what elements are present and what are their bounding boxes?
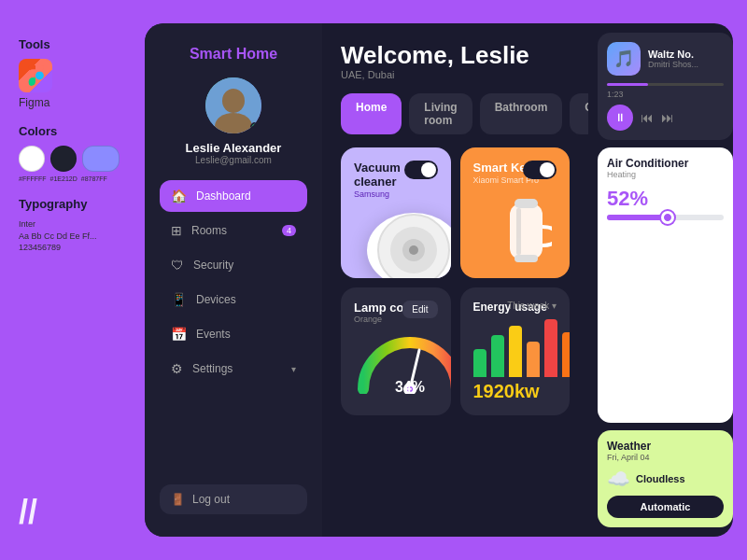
sidebar-title: Smart Home — [160, 46, 307, 63]
music-header: 🎵 Waltz No. Dmitri Shos... — [607, 42, 724, 76]
weather-date: Fri, April 04 — [607, 453, 724, 462]
ac-title: Air Conditioner — [607, 157, 724, 170]
music-card: 🎵 Waltz No. Dmitri Shos... 1:23 ⏸ ⏮ ⏭ — [598, 33, 733, 140]
room-tabs: Home Living room Bathroom Office — [341, 93, 570, 134]
music-progress-fill — [607, 83, 648, 86]
music-controls: ⏸ ⏮ ⏭ — [607, 105, 724, 131]
energy-value: 1920kw — [473, 381, 557, 402]
nav-events[interactable]: 📅 Events — [160, 318, 307, 350]
weather-auto-button[interactable]: Automatic — [607, 496, 724, 518]
music-time: 1:23 — [607, 90, 724, 99]
kettle-toggle[interactable] — [523, 161, 557, 179]
logout-icon: 🚪 — [171, 493, 185, 506]
nav-dashboard-label: Dashboard — [196, 189, 251, 203]
nav-security-label: Security — [193, 259, 233, 272]
nav-events-label: Events — [196, 328, 231, 341]
prev-button[interactable]: ⏮ — [641, 110, 654, 125]
device-grid: Vacuum cleaner Samsung Smart Kettle — [341, 147, 570, 415]
weather-description: Cloudless — [636, 473, 685, 484]
svg-rect-10 — [516, 208, 521, 255]
lamp-percent: 34% — [395, 379, 425, 396]
weather-title: Weather — [607, 440, 724, 453]
next-button[interactable]: ⏭ — [661, 110, 674, 125]
weather-icon: ☁️ — [607, 468, 630, 490]
nav-dashboard[interactable]: 🏠 Dashboard — [160, 180, 307, 212]
bar-2 — [491, 335, 504, 377]
vacuum-image — [367, 213, 451, 278]
avatar — [205, 77, 261, 133]
settings-icon: ⚙ — [171, 361, 183, 376]
left-panel: Tools Figma Colors #FFFFFF #1E212D #8787… — [19, 37, 121, 254]
music-progress-bar[interactable] — [607, 83, 724, 86]
dashboard-icon: 🏠 — [171, 189, 187, 203]
music-title: Waltz No. — [648, 49, 698, 60]
nav-settings[interactable]: ⚙ Settings ▾ — [160, 353, 307, 385]
user-email: Leslie@gmail.com — [195, 155, 272, 165]
logout-label: Log out — [192, 493, 230, 506]
nav-devices[interactable]: 📱 Devices — [160, 284, 307, 315]
logout-button[interactable]: 🚪 Log out — [160, 484, 307, 514]
devices-icon: 📱 — [171, 292, 187, 307]
music-artist: Dmitri Shos... — [648, 60, 698, 69]
ac-slider-container: 52% — [607, 187, 724, 220]
lamp-edit-button[interactable]: Edit — [402, 301, 437, 318]
ac-slider[interactable] — [607, 215, 724, 220]
bar-3 — [509, 326, 522, 377]
figma-label: Figma — [19, 96, 121, 109]
vacuum-toggle[interactable] — [404, 161, 438, 179]
welcome-title: Welcome, Leslie — [341, 42, 570, 69]
figma-icon — [19, 59, 52, 92]
kettle-card: Smart Kettle Xiaomi Smart Pro — [460, 147, 571, 278]
color-dark — [50, 146, 77, 172]
svg-rect-8 — [514, 199, 538, 208]
tools-label: Tools — [19, 37, 121, 51]
svg-point-1 — [222, 89, 245, 113]
svg-point-6 — [409, 245, 418, 255]
online-dot — [250, 122, 260, 132]
toggle-knob — [421, 162, 436, 177]
bar-4 — [527, 342, 540, 377]
vacuum-card: Vacuum cleaner Samsung — [341, 147, 451, 278]
tab-bathroom[interactable]: Bathroom — [480, 93, 563, 134]
color-hex-3: #8787FF — [81, 175, 107, 182]
tab-home[interactable]: Home — [341, 93, 402, 134]
right-panel: 🎵 Waltz No. Dmitri Shos... 1:23 ⏸ ⏮ ⏭ Ai — [588, 23, 733, 537]
tab-office[interactable]: Office — [570, 93, 588, 134]
energy-card: Energy usage This week ▾ 1920kw — [460, 287, 571, 415]
nav-settings-label: Settings — [192, 362, 233, 375]
security-icon: 🛡 — [171, 258, 184, 273]
nav-devices-label: Devices — [196, 293, 236, 306]
color-purple — [82, 146, 120, 172]
color-hex-1: #FFFFFF — [19, 175, 47, 182]
rooms-badge: 4 — [282, 225, 296, 236]
weather-card: Weather Fri, April 04 ☁️ Cloudless Autom… — [598, 430, 733, 527]
events-icon: 📅 — [171, 327, 187, 342]
energy-bars — [473, 321, 557, 377]
bar-6 — [562, 332, 571, 377]
svg-rect-9 — [514, 255, 538, 262]
music-current-time: 1:23 — [607, 90, 624, 99]
nav-rooms[interactable]: ⊞ Rooms 4 — [160, 215, 307, 246]
bar-5 — [544, 319, 557, 377]
energy-period[interactable]: This week ▾ — [507, 301, 557, 311]
color-hex-2: #1E212D — [50, 175, 78, 182]
colors-row — [19, 146, 121, 172]
vacuum-brand: Samsung — [354, 189, 438, 199]
svg-rect-7 — [510, 203, 543, 259]
welcome-location: UAE, Dubai — [341, 69, 570, 80]
kettle-image — [491, 194, 557, 278]
tab-living-room[interactable]: Living room — [409, 93, 472, 134]
ac-card: Air Conditioner Heating 52% — [598, 147, 733, 423]
user-name: Leslie Alexander — [186, 141, 282, 155]
lamp-gauge: 34% — [354, 329, 438, 395]
font-numbers: 123456789 — [19, 242, 121, 254]
weather-info: ☁️ Cloudless — [607, 468, 724, 490]
toggle-knob — [540, 162, 555, 177]
play-button[interactable]: ⏸ — [607, 105, 633, 131]
nav-security[interactable]: 🛡 Security — [160, 249, 307, 281]
sidebar: Smart Home Leslie Alexander Leslie@gmail… — [145, 23, 322, 537]
typography-label: Typography — [19, 197, 121, 211]
color-labels: #FFFFFF #1E212D #8787FF — [19, 175, 121, 182]
rooms-icon: ⊞ — [171, 223, 182, 238]
font-name: Inter — [19, 218, 121, 231]
